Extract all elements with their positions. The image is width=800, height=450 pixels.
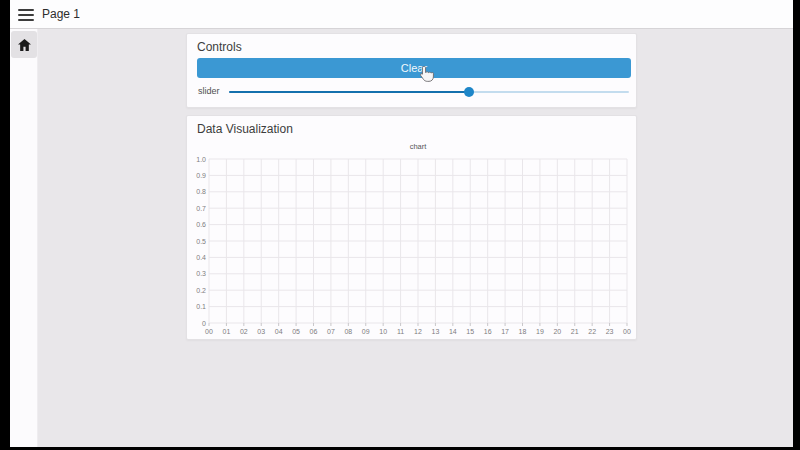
slider-track-fill [229,91,469,93]
svg-text:09: 09 [362,328,370,335]
slider-thumb[interactable] [464,87,474,97]
svg-text:22: 22 [588,328,596,335]
svg-text:14: 14 [449,328,457,335]
svg-text:05: 05 [292,328,300,335]
hamburger-menu-icon[interactable] [18,7,36,22]
svg-text:chart: chart [410,142,428,151]
sidebar-item-home[interactable] [11,31,37,58]
svg-text:07: 07 [327,328,335,335]
svg-text:11: 11 [397,328,404,335]
controls-card: Controls Clear slider [186,33,637,108]
sidebar [10,29,38,447]
svg-text:13: 13 [432,328,440,335]
svg-text:03: 03 [257,328,265,335]
svg-text:15: 15 [466,328,474,335]
svg-text:0.9: 0.9 [196,172,206,179]
data-visualization-card: Data Visualization chart1.00.90.80.70.60… [186,115,637,340]
svg-text:19: 19 [536,328,544,335]
svg-text:0.7: 0.7 [196,205,206,212]
svg-text:06: 06 [310,328,318,335]
svg-text:0.5: 0.5 [196,238,206,245]
svg-text:16: 16 [484,328,492,335]
chart-plot-area[interactable]: chart1.00.90.80.70.60.50.40.30.20.100001… [187,116,636,339]
svg-text:04: 04 [275,328,283,335]
svg-text:01: 01 [223,328,231,335]
app-window: Page 1 Controls Clear slider Data Visual… [10,0,793,447]
svg-text:23: 23 [606,328,614,335]
top-bar: Page 1 [10,0,793,29]
svg-text:18: 18 [519,328,527,335]
svg-text:0.2: 0.2 [196,287,206,294]
svg-text:0.6: 0.6 [196,221,206,228]
svg-text:17: 17 [501,328,509,335]
page-title: Page 1 [42,0,80,29]
slider-label: slider [198,86,220,96]
slider-track[interactable] [229,87,629,97]
controls-card-title: Controls [197,40,242,54]
clear-button[interactable]: Clear [197,58,631,78]
svg-text:02: 02 [240,328,248,335]
svg-text:12: 12 [414,328,422,335]
home-icon [18,39,31,51]
svg-text:08: 08 [344,328,352,335]
svg-text:1.0: 1.0 [196,156,206,163]
svg-text:0: 0 [202,320,206,327]
svg-text:0.1: 0.1 [196,303,206,310]
svg-text:0.3: 0.3 [196,270,206,277]
svg-text:0.4: 0.4 [196,254,206,261]
svg-text:0.8: 0.8 [196,188,206,195]
svg-text:00: 00 [623,328,631,335]
svg-text:21: 21 [571,328,579,335]
svg-text:10: 10 [379,328,387,335]
svg-text:20: 20 [553,328,561,335]
svg-text:00: 00 [205,328,213,335]
